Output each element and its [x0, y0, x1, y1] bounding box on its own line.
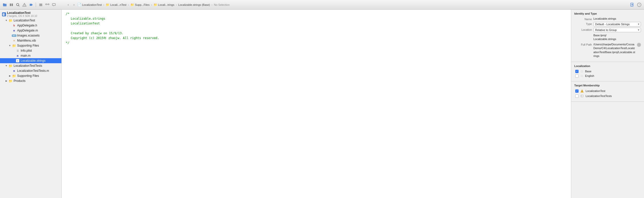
identity-type-section: Identity and Type Name Localizable.strin… [571, 10, 644, 62]
breadcrumb-forward-button[interactable]: › [71, 2, 77, 7]
location-dropdown-wrapper: Relative to Group ▼ [593, 28, 641, 32]
identity-type-title: Identity and Type [574, 12, 641, 15]
disc-ltt[interactable] [5, 64, 8, 67]
new-file-icon[interactable] [629, 2, 635, 8]
project-name-label: LocalizationTest [7, 11, 37, 15]
target-membership-title: Target Membership [574, 84, 641, 87]
name-value: Localizable.strings [593, 17, 641, 20]
path-reveal-button[interactable]: → [637, 43, 641, 47]
breadcrumb-item-project[interactable]: 📄 LocalizationTest [77, 3, 102, 7]
localization-base-checkbox[interactable]: ✓ [575, 70, 579, 73]
sidebar-item-mainmenu-xib[interactable]: ✕ MainMenu.xib [0, 38, 61, 43]
sidebar-item-lttm[interactable]: m LocalizationTestTests.m [0, 68, 61, 73]
breadcrumb-item-strings-group[interactable]: 📁 Locali...trings [154, 3, 174, 7]
inspector-icon[interactable] [9, 2, 14, 8]
localization-english-checkbox[interactable] [575, 74, 579, 78]
full-path-row: Full Path /Users/zhaojw/Documents/CocoaD… [574, 43, 641, 58]
folder-yellow-icon-1: 📁 [106, 3, 110, 7]
search-icon[interactable] [15, 2, 21, 8]
target-lt-checkbox[interactable]: ✓ [575, 89, 579, 93]
path-line-1: Base.lproj/ [593, 34, 616, 37]
breadcrumb-item-strings-file[interactable]: Localizable.strings (Base) [178, 3, 210, 6]
sidebar-label-xib: MainMenu.xib [17, 39, 36, 42]
m-file-icon-2: m [16, 54, 20, 58]
code-line-1: /* [66, 12, 567, 16]
sidebar-item-localizable-strings[interactable]: S Localizable.strings [0, 58, 61, 63]
localization-base-icon: □ [580, 70, 584, 73]
xcassets-icon: IMG [12, 34, 16, 38]
svg-rect-1 [3, 4, 5, 4]
sidebar: LocalizationTest 2 targets, OS X SDK 10.… [0, 10, 62, 198]
type-label: Type [574, 22, 592, 25]
target-lt-row: ✓ LocalizationTest [574, 89, 641, 93]
type-dropdown[interactable]: Default - Localizable Strings [593, 22, 641, 26]
disc-products[interactable] [5, 80, 8, 82]
sidebar-item-localization-test-group[interactable]: 📁 LocalizationTest [0, 18, 61, 23]
location-dropdown[interactable]: Relative to Group [593, 28, 641, 32]
target-ltt-icon [580, 94, 584, 98]
sidebar-item-appdelegate-m[interactable]: m AppDelegate.m [0, 28, 61, 33]
breakpoint-icon[interactable] [28, 2, 34, 8]
breadcrumb-sep-2: › [128, 3, 129, 6]
sidebar-item-supporting-files-1[interactable]: 📁 Supporting Files [0, 43, 61, 48]
toolbar: ‹ › 📄 LocalizationTest › 📁 Locali...nTes… [0, 0, 644, 10]
target-ltt-checkbox[interactable] [575, 94, 579, 98]
h-file-icon: h [12, 23, 16, 27]
help-icon[interactable]: ? [636, 2, 642, 8]
full-path-value: /Users/zhaojw/Documents/CocoaDemo/C4/Loc… [593, 43, 636, 58]
editor-area[interactable]: /* Localizable.strings LocalizationTest … [62, 10, 571, 198]
target-ltt-label: LocalizationTestTests [586, 94, 612, 97]
sidebar-item-supporting-files-2[interactable]: 📁 Supporting Files [0, 73, 61, 78]
sidebar-label-strings: Localizable.strings [21, 59, 46, 62]
sidebar-item-info-plist[interactable]: ☰ Info.plist [0, 48, 61, 53]
target-lt-icon [580, 89, 584, 93]
breadcrumb-item-no-selection[interactable]: No Selection [214, 3, 230, 6]
sidebar-item-images-xcassets[interactable]: IMG Images.xcassets [0, 33, 61, 38]
full-path-label: Full Path [574, 43, 592, 46]
breadcrumb: ‹ › 📄 LocalizationTest › 📁 Locali...nTes… [64, 2, 569, 7]
svg-point-8 [24, 6, 25, 6]
disclosure-localization-test[interactable] [5, 19, 8, 22]
sidebar-item-ltt-group[interactable]: 📁 LocalizationTestTests [0, 63, 61, 68]
svg-rect-10 [39, 4, 42, 4]
path-row: Base.lproj/ Localizable.strings [574, 34, 641, 41]
link-icon[interactable] [45, 2, 50, 8]
folder-white-icon: 📁 [154, 3, 157, 7]
svg-rect-11 [39, 5, 42, 5]
target-lt-label: LocalizationTest [586, 89, 605, 92]
sidebar-item-main-m[interactable]: m main.m [0, 53, 61, 58]
sidebar-item-appdelegate-h[interactable]: h AppDelegate.h [0, 23, 61, 28]
sidebar-item-products[interactable]: 📁 Products [0, 78, 61, 83]
code-content: /* Localizable.strings LocalizationTest … [66, 12, 567, 45]
breadcrumb-item-group[interactable]: 📁 Locali...nTest [106, 3, 126, 7]
sidebar-label-adh: AppDelegate.h [17, 24, 37, 27]
folder-icon[interactable] [2, 2, 8, 8]
sidebar-label-ltt: LocalizationTestTests [14, 64, 42, 68]
project-icon [2, 12, 6, 16]
sidebar-label-supporting: Supporting Files [17, 44, 39, 47]
svg-rect-12 [39, 6, 42, 6]
breadcrumb-sep-5: › [211, 3, 212, 6]
comment-icon[interactable] [51, 2, 57, 8]
breadcrumb-item-supporting[interactable]: 📁 Supp...Files [130, 3, 150, 7]
svg-line-5 [19, 5, 20, 6]
folder-icon-ltt: 📁 [9, 64, 13, 68]
list-icon[interactable] [38, 2, 44, 8]
breadcrumb-sep-3: › [151, 3, 152, 6]
disc-supporting-2[interactable] [9, 75, 11, 77]
path-line-2: Localizable.strings [593, 37, 616, 41]
code-line-6: Copyright (c) 2015年 zhaojw. All rights r… [66, 36, 567, 41]
warning-icon[interactable] [22, 2, 27, 8]
sidebar-item-project[interactable]: LocalizationTest 2 targets, OS X SDK 10.… [0, 11, 61, 18]
localization-base-label: Base [585, 70, 591, 73]
sidebar-label-supporting-2: Supporting Files [17, 74, 39, 78]
folder-icon-lt: 📁 [9, 18, 13, 22]
sidebar-label-lttm: LocalizationTestTests.m [17, 69, 49, 73]
code-line-7: */ [66, 41, 567, 45]
disc-supporting[interactable] [9, 44, 11, 47]
localization-english-icon: □ [580, 74, 584, 78]
main-area: LocalizationTest 2 targets, OS X SDK 10.… [0, 10, 644, 198]
sidebar-label-plist: Info.plist [21, 49, 32, 52]
breadcrumb-back-button[interactable]: ‹ [66, 2, 71, 7]
toolbar-sep-1 [36, 3, 36, 7]
